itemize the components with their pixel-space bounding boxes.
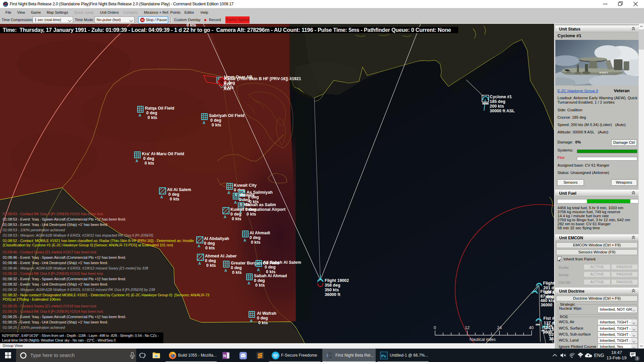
svg-text:Ps: Ps	[381, 354, 386, 358]
svg-text:603: 603	[567, 71, 571, 73]
svg-text:★ NAVY: ★ NAVY	[599, 71, 608, 74]
svg-text:N: N	[223, 354, 226, 358]
svg-text:C: C	[326, 351, 332, 359]
